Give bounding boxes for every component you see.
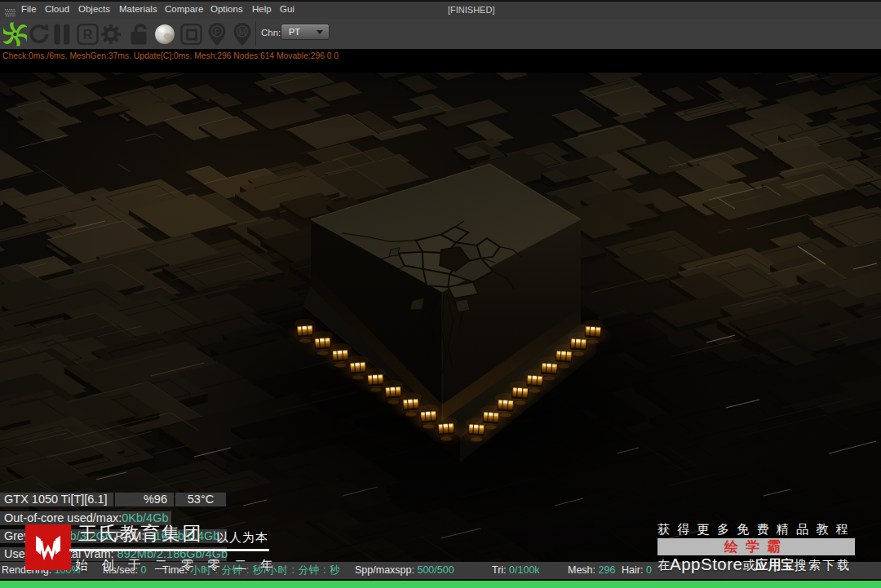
status-spp: Spp/maxspp: 500/500	[355, 562, 454, 579]
watermark-logo	[25, 524, 71, 570]
status-spp-label: Spp/maxspp:	[355, 564, 414, 576]
status-hair-value: 0	[646, 564, 652, 576]
material-ball-icon	[154, 24, 175, 45]
material-pin-icon: M	[232, 22, 253, 46]
toolbar: R F M Chn: PT	[0, 19, 881, 50]
ad-line2-prefix: 在	[657, 558, 670, 572]
ad-line2-appstore: AppStore	[670, 555, 742, 573]
channel-value: PT	[289, 27, 300, 37]
pause-render-button[interactable]	[52, 24, 72, 45]
render-progress-bar	[0, 581, 881, 588]
render-settings-button[interactable]	[100, 23, 122, 46]
ad-line2-or: 或	[742, 558, 755, 572]
status-hair: Hair: 0	[622, 562, 652, 579]
svg-text:M: M	[239, 26, 246, 36]
restart-icon	[28, 23, 51, 46]
box-in-box-icon	[180, 23, 202, 45]
menu-gui[interactable]: Gui	[280, 4, 294, 14]
mesh-stats-text: Check:0ms./6ms. MeshGen:37ms. Update[C]:…	[2, 51, 339, 60]
w-logo-icon	[25, 524, 71, 570]
status-hair-label: Hair:	[622, 564, 643, 576]
mesh-stats-line: Check:0ms./6ms. MeshGen:37ms. Update[C]:…	[0, 49, 881, 73]
gear-icon	[100, 23, 122, 46]
status-tri: Tri: 0/100k	[492, 562, 540, 579]
channel-label: Chn:	[261, 28, 281, 38]
render-region-pick-button[interactable]	[180, 23, 202, 45]
pause-icon	[52, 24, 72, 45]
menu-cloud[interactable]: Cloud	[45, 4, 69, 14]
status-tri-label: Tri:	[492, 564, 507, 576]
r-box-icon: R	[77, 23, 99, 45]
menu-options[interactable]: Options	[210, 4, 243, 14]
menu-objects[interactable]: Objects	[78, 4, 110, 14]
focus-picker-button[interactable]: F	[206, 22, 228, 46]
render-status-label: [FINISHED]	[448, 5, 494, 15]
watermark-underline	[69, 549, 269, 551]
menu-compare[interactable]: Compare	[165, 4, 203, 14]
material-preview-button[interactable]	[154, 24, 175, 45]
status-mesh-label: Mesh:	[568, 564, 595, 576]
gpu-load-cell: %96	[115, 493, 174, 506]
svg-text:R: R	[83, 28, 93, 42]
focus-pin-icon: F	[206, 22, 228, 46]
render-progress-fill	[0, 581, 881, 588]
status-mesh-value: 296	[599, 564, 616, 576]
lock-resolution-button[interactable]	[128, 23, 151, 46]
status-spp-value: 500/500	[417, 564, 454, 576]
menu-file[interactable]: File	[21, 4, 37, 14]
lock-icon	[128, 23, 151, 46]
menu-help[interactable]: Help	[252, 4, 272, 14]
material-picker-button[interactable]: M	[232, 22, 253, 46]
gpu-load: %96	[144, 493, 167, 506]
svg-text:F: F	[215, 26, 220, 36]
menu-bar: FileCloudObjectsMaterialsCompareOptionsH…	[0, 2, 881, 19]
gpu-name: GTX 1050 Ti[T][6.1]	[4, 493, 108, 506]
gpu-temp: 53°C	[188, 493, 214, 506]
ad-line2: 在AppStore或应用宝搜索下载	[657, 555, 851, 571]
menu-materials[interactable]: Materials	[119, 4, 157, 14]
status-tri-value: 0/100k	[509, 564, 540, 576]
region-render-button[interactable]: R	[77, 23, 99, 45]
octane-logo-icon	[3, 22, 27, 46]
chevron-down-icon	[317, 30, 323, 34]
octane-logo[interactable]	[3, 22, 27, 46]
gpu-temp-cell: 53°C	[175, 493, 226, 506]
ad-line2-suffix: 搜索下载	[794, 558, 851, 572]
status-mesh: Mesh: 296	[568, 562, 615, 579]
restart-render-button[interactable]	[28, 23, 51, 46]
gpu-name-cell: GTX 1050 Ti[T][6.1]	[0, 493, 113, 506]
octane-render-window: FileCloudObjectsMaterialsCompareOptionsH…	[0, 0, 881, 588]
ad-badge: 绘学霸	[657, 538, 855, 555]
toolbar-separator	[255, 21, 256, 46]
watermark-subtitle: 始创于二零零二年	[75, 557, 287, 574]
ad-line1: 获得更多免费精品教程	[657, 522, 856, 537]
watermark-slogan: 以人为本	[216, 530, 268, 546]
watermark-brand: 王氏教育集团	[78, 523, 203, 545]
ad-line2-yingyongbao: 应用宝	[755, 558, 794, 572]
channel-dropdown[interactable]: PT	[281, 24, 330, 40]
ad-badge-text: 绘学霸	[724, 539, 788, 555]
